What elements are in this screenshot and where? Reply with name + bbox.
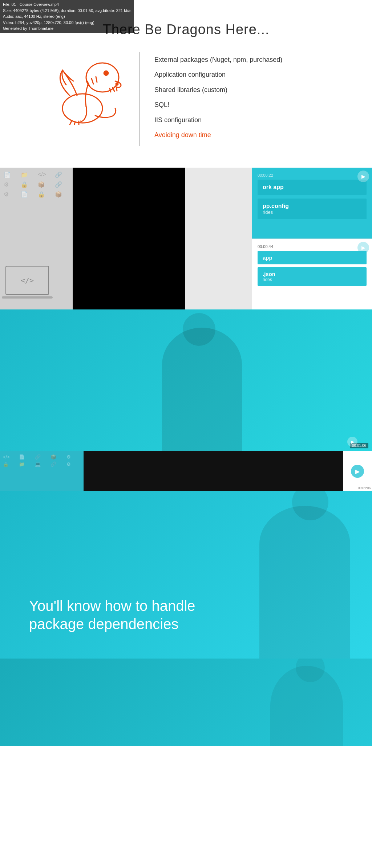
card-json-sublabel: rides (263, 277, 361, 282)
content-divider (139, 52, 140, 146)
list-item-1: Application configuration (154, 71, 313, 79)
file-info-line3: Audio: aac, 44100 Hz, stereo (eng) (3, 13, 131, 20)
play-button-2[interactable]: ▶ (357, 242, 369, 253)
file-info-line1: File: 01 - Course Overview.mp4 (3, 1, 131, 8)
card-json-label: .json (263, 271, 361, 277)
card-network-label: ork app (263, 184, 361, 191)
dragons-content: External packages (Nuget, npm, purchased… (59, 52, 313, 146)
handle-text-block: You'll know how to handle package depend… (29, 597, 195, 633)
timestamp-1: 00:00:22 (258, 173, 367, 177)
list-item-0: External packages (Nuget, npm, purchased… (154, 56, 313, 64)
file-info-line2: Size: 4409278 bytes (4.21 MiB), duration… (3, 8, 131, 14)
list-item-2: Shared libraries (custom) (154, 86, 313, 94)
card-json: .json rides (258, 267, 367, 286)
thumb-left-icons: </> 📄 🔗 📦 ⚙ 🔒 📁 💻 🔗 ⚙ (0, 451, 84, 491)
card-network-app: ork app (258, 180, 367, 195)
thumb-dark-center (84, 451, 343, 491)
main-video-black (73, 168, 185, 309)
card-config-label: pp.config (263, 203, 361, 209)
person-lower-body (259, 506, 350, 659)
right-panel-upper: ▶ 00:00:22 ork app pp.config rides (252, 168, 372, 239)
thumb-play-area[interactable]: ▶ 00:01:06 (343, 451, 372, 491)
list-item-3: SQL! (154, 101, 313, 109)
list-item-5: Avoiding down time (154, 131, 313, 139)
final-section (0, 659, 372, 746)
person-silhouette (162, 328, 242, 451)
grid-left-panel: 📄 📁 </> 🔗 ⚙ 🔒 📦 🔗 ⚙ 📄 🔒 📦 </> (0, 168, 73, 309)
blue-person-section: 00:01:06 ▶ (0, 309, 372, 451)
card-config-sublabel: rides (263, 209, 361, 215)
card-app: app (258, 251, 367, 264)
right-panel-lower: ▶ 00:00:44 app .json rides (252, 239, 372, 310)
file-info-bar: File: 01 - Course Overview.mp4 Size: 440… (0, 0, 134, 33)
handle-text-line2: package dependencies (29, 616, 178, 632)
card-app-config: pp.config rides (258, 199, 367, 219)
svg-point-1 (104, 71, 108, 75)
video-grid-section: 📄 📁 </> 🔗 ⚙ 🔒 📦 🔗 ⚙ 📄 🔒 📦 </> ▶ 00:00:22 (0, 168, 372, 309)
handle-section: You'll know how to handle package depend… (0, 491, 372, 659)
play-button-1[interactable]: ▶ (357, 171, 369, 182)
thumbnail-strip: </> 📄 🔗 📦 ⚙ 🔒 📁 💻 🔗 ⚙ ▶ 00:01:06 (0, 451, 372, 491)
dragon-image (59, 52, 124, 126)
svg-point-3 (62, 94, 102, 123)
file-info-line4: Video: h264, yuv420p, 1280x720, 30.00 fp… (3, 20, 131, 26)
handle-text-line1: You'll know how to handle (29, 598, 195, 614)
person-head (183, 313, 215, 346)
list-item-4: IIS configuration (154, 116, 313, 124)
card-app-label: app (263, 255, 361, 261)
timestamp-strip: 00:01:06 (358, 486, 371, 490)
dragons-list: External packages (Nuget, npm, purchased… (154, 52, 313, 146)
play-circle[interactable]: ▶ (351, 465, 364, 478)
right-panel: ▶ 00:00:22 ork app pp.config rides ▶ 00:… (252, 168, 372, 309)
file-info-line5: Generated by Thumbnail.me (3, 25, 131, 32)
timestamp-2: 00:00:44 (258, 244, 367, 249)
svg-point-0 (86, 63, 119, 92)
svg-point-2 (116, 83, 118, 85)
